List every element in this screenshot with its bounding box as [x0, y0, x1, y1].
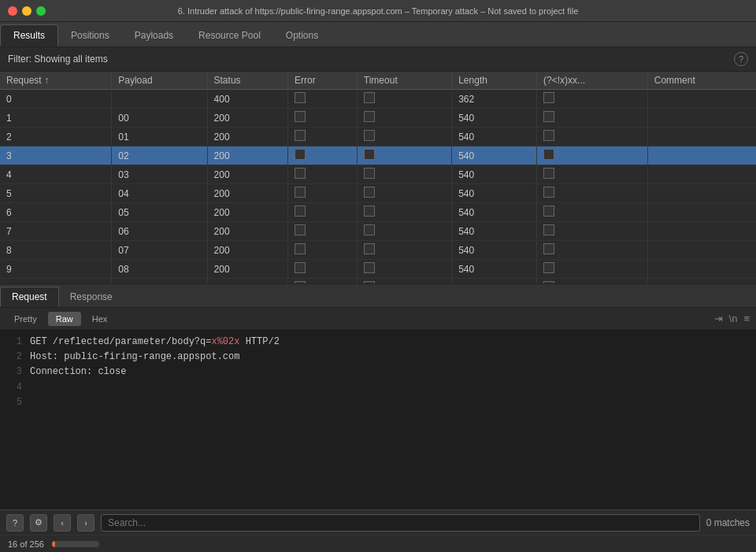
regex-checkbox[interactable] [543, 243, 554, 254]
table-row[interactable]: 504200540 [0, 184, 756, 203]
table-row[interactable]: 807200540 [0, 241, 756, 260]
regex-checkbox[interactable] [543, 130, 554, 141]
table-row[interactable]: 403200540 [0, 165, 756, 184]
table-row[interactable]: 605200540 [0, 203, 756, 222]
col-payload[interactable]: Payload [112, 72, 207, 90]
tab-request[interactable]: Request [0, 287, 59, 307]
code-line-2: 2 Host: public-firing-range.appspot.com [8, 350, 748, 365]
minimize-button[interactable] [22, 6, 32, 16]
req-res-tabbar: Request Response [0, 284, 756, 308]
progress-bar [52, 541, 99, 547]
table-row[interactable]: 1009200540 [0, 279, 756, 285]
error-checkbox[interactable] [295, 187, 306, 198]
search-input[interactable] [101, 514, 700, 532]
error-checkbox[interactable] [295, 168, 306, 179]
sub-tab-icons: ⇥ \n ≡ [714, 313, 750, 324]
code-text-2: Host: public-firing-range.appspot.com [30, 350, 239, 365]
regex-checkbox[interactable] [543, 111, 554, 122]
timeout-checkbox[interactable] [364, 187, 375, 198]
error-checkbox[interactable] [295, 149, 306, 160]
line-num-3: 3 [8, 365, 22, 380]
line-num-5: 5 [8, 395, 22, 410]
timeout-checkbox[interactable] [364, 206, 375, 217]
code-line-1: 1 GET /reflected/parameter/body?q=x%02x … [8, 335, 748, 350]
error-checkbox[interactable] [295, 206, 306, 217]
tab-response[interactable]: Response [59, 287, 124, 307]
forward-button[interactable]: › [77, 514, 94, 532]
sub-tab-pretty[interactable]: Pretty [6, 312, 45, 326]
error-checkbox[interactable] [295, 262, 306, 273]
error-checkbox[interactable] [295, 243, 306, 254]
table-row[interactable]: 100200540 [0, 109, 756, 128]
regex-checkbox[interactable] [543, 206, 554, 217]
timeout-checkbox[interactable] [364, 168, 375, 179]
tab-positions[interactable]: Positions [58, 24, 122, 46]
line-num-2: 2 [8, 350, 22, 365]
results-table: Request ↑ Payload Status Error Timeout L… [0, 72, 756, 284]
col-timeout[interactable]: Timeout [357, 72, 451, 90]
progress-bar-fill [52, 541, 55, 547]
highlight-1: x%02x [211, 336, 239, 347]
table-body: 0400362100200540201200540302200540403200… [0, 90, 756, 285]
col-status[interactable]: Status [207, 72, 288, 90]
close-button[interactable] [8, 6, 17, 16]
code-line-5: 5 [8, 395, 748, 410]
error-checkbox[interactable] [295, 224, 306, 235]
table-row[interactable]: 908200540 [0, 260, 756, 279]
line-num-4: 4 [8, 380, 22, 395]
code-line-4: 4 [8, 380, 748, 395]
table-row[interactable]: 0400362 [0, 90, 756, 109]
help-bottom-icon[interactable]: ? [6, 514, 24, 532]
regex-checkbox[interactable] [543, 149, 554, 160]
wrap-icon[interactable]: ⇥ [714, 313, 723, 324]
newline-icon[interactable]: \n [729, 313, 738, 324]
progress-text: 16 of 256 [8, 539, 44, 549]
col-length[interactable]: Length [452, 72, 537, 90]
timeout-checkbox[interactable] [364, 149, 375, 160]
timeout-checkbox[interactable] [364, 92, 375, 103]
window-controls[interactable] [8, 6, 46, 16]
menu-icon[interactable]: ≡ [743, 313, 750, 324]
results-table-container: Request ↑ Payload Status Error Timeout L… [0, 72, 756, 284]
titlebar: 6. Intruder attack of https://public-fir… [0, 0, 756, 22]
regex-checkbox[interactable] [543, 262, 554, 273]
maximize-button[interactable] [36, 6, 46, 16]
regex-checkbox[interactable] [543, 92, 554, 103]
regex-checkbox[interactable] [543, 187, 554, 198]
sub-tab-hex[interactable]: Hex [84, 312, 116, 326]
line-num-1: 1 [8, 335, 22, 350]
col-error[interactable]: Error [288, 72, 358, 90]
sub-tabbar: Pretty Raw Hex ⇥ \n ≡ [0, 308, 756, 330]
error-checkbox[interactable] [295, 111, 306, 122]
tab-payloads[interactable]: Payloads [122, 24, 186, 46]
code-text-3: Connection: close [30, 365, 126, 380]
regex-checkbox[interactable] [543, 168, 554, 179]
col-comment[interactable]: Comment [647, 72, 756, 90]
error-checkbox[interactable] [295, 130, 306, 141]
table-row[interactable]: 302200540 [0, 146, 756, 165]
error-checkbox[interactable] [295, 92, 306, 103]
sub-tabs-left: Pretty Raw Hex [6, 312, 115, 326]
back-button[interactable]: ‹ [54, 514, 71, 532]
tab-results[interactable]: Results [0, 24, 58, 46]
regex-checkbox[interactable] [543, 224, 554, 235]
table-row[interactable]: 706200540 [0, 222, 756, 241]
timeout-checkbox[interactable] [364, 243, 375, 254]
help-icon[interactable]: ? [734, 52, 748, 66]
timeout-checkbox[interactable] [364, 262, 375, 273]
timeout-checkbox[interactable] [364, 130, 375, 141]
timeout-checkbox[interactable] [364, 224, 375, 235]
table-row[interactable]: 201200540 [0, 128, 756, 146]
tab-resource-pool[interactable]: Resource Pool [186, 24, 273, 46]
table-header-row: Request ↑ Payload Status Error Timeout L… [0, 72, 756, 90]
main-tabbar: Results Positions Payloads Resource Pool… [0, 22, 756, 47]
col-regex[interactable]: (?<!x)xx... [537, 72, 648, 90]
timeout-checkbox[interactable] [364, 111, 375, 122]
col-request[interactable]: Request ↑ [0, 72, 112, 90]
code-text-1: GET /reflected/parameter/body?q=x%02x HT… [30, 335, 280, 350]
sub-tab-raw[interactable]: Raw [48, 312, 81, 326]
matches-badge: 0 matches [706, 517, 750, 528]
bottom-bar: ? ⚙ ‹ › 0 matches [0, 509, 756, 535]
settings-bottom-icon[interactable]: ⚙ [30, 514, 47, 532]
tab-options[interactable]: Options [273, 24, 331, 46]
